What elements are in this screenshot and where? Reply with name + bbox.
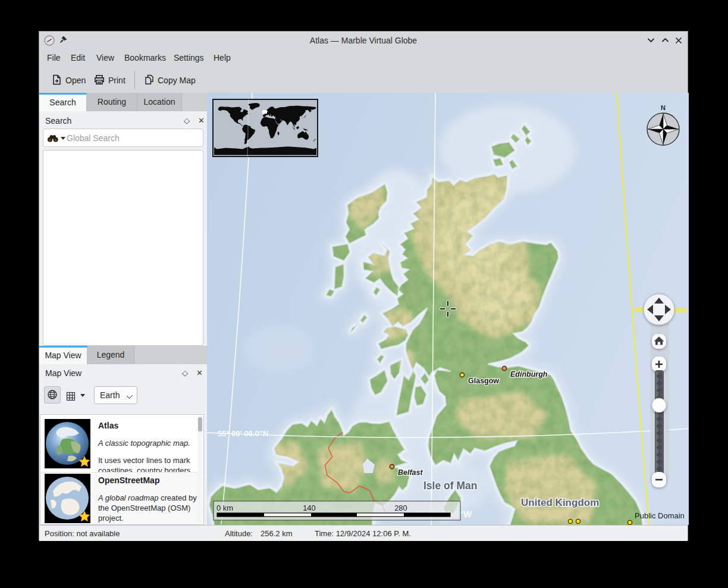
svg-text:Edinburgh: Edinburgh [510, 370, 548, 379]
svg-text:United Kingdom: United Kingdom [521, 497, 599, 508]
svg-text:Glasgow: Glasgow [468, 377, 499, 385]
svg-text:Isle of Man: Isle of Man [423, 480, 477, 492]
svg-text:55° 00' 00.0"N: 55° 00' 00.0"N [218, 429, 268, 438]
svg-text:0 km: 0 km [216, 503, 233, 512]
svg-text:140: 140 [303, 503, 316, 512]
svg-text:N: N [661, 104, 666, 111]
svg-text:Public Domain: Public Domain [635, 511, 685, 520]
svg-text:Belfast: Belfast [398, 468, 423, 477]
svg-text:280: 280 [394, 503, 407, 512]
